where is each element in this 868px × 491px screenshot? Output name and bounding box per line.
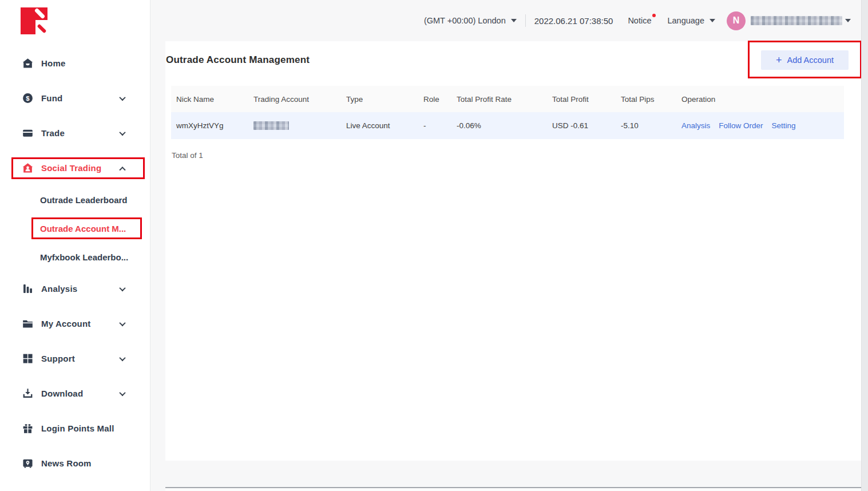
column-header-role: Role — [418, 95, 451, 104]
chevron-down-icon — [119, 319, 125, 326]
content-card: Outrade Account Management + Add Account… — [165, 41, 861, 461]
sidebar-item-download[interactable]: Download — [0, 376, 150, 411]
gift-icon — [22, 422, 34, 434]
news-room-icon — [22, 457, 34, 469]
sidebar-item-label: Social Trading — [41, 163, 101, 173]
fund-icon: $ — [22, 92, 34, 104]
analysis-icon — [22, 283, 34, 295]
sidebar-subitem-label: Outrade Leaderboard — [40, 195, 128, 205]
chevron-down-icon — [119, 129, 125, 135]
table-header-row: Nick Name Trading Account Type Role Tota… — [171, 86, 844, 112]
social-trading-icon — [22, 162, 34, 174]
chevron-down-icon — [119, 389, 125, 395]
cell-nick-name: wmXyHztVYg — [171, 121, 248, 130]
sidebar-item-label: Support — [41, 354, 75, 363]
download-icon — [22, 387, 34, 399]
sidebar-item-label: News Room — [41, 458, 92, 468]
my-account-icon — [22, 318, 34, 330]
brand-logo-icon — [21, 7, 47, 34]
brand-logo[interactable] — [0, 0, 150, 46]
chevron-down-icon — [119, 284, 125, 291]
sidebar-subitem-label: Outrade Account M... — [40, 224, 126, 233]
cell-type: Live Account — [341, 121, 418, 130]
sidebar-item-trade[interactable]: Trade — [0, 116, 150, 151]
notice-label: Notice — [628, 16, 651, 25]
column-header-nick-name: Nick Name — [171, 95, 248, 104]
column-header-total-profit: Total Profit — [547, 95, 616, 104]
sidebar-item-login-points-mall[interactable]: Login Points Mall — [0, 411, 150, 446]
sidebar-item-home[interactable]: Home — [0, 46, 150, 81]
cell-total-pips: -5.10 — [616, 121, 676, 130]
caret-down-icon[interactable] — [845, 19, 851, 22]
datetime-display: 2022.06.21 07:38:50 — [534, 16, 613, 26]
caret-down-icon — [511, 19, 517, 22]
cell-role: - — [418, 121, 451, 130]
setting-link[interactable]: Setting — [772, 121, 796, 130]
accounts-table: Nick Name Trading Account Type Role Tota… — [171, 86, 844, 139]
svg-text:$: $ — [26, 95, 30, 102]
sidebar-subitem-outrade-leaderboard[interactable]: Outrade Leaderboard — [0, 185, 150, 214]
add-account-button[interactable]: + Add Account — [761, 50, 849, 70]
timezone-selector[interactable]: (GMT +00:00) London — [424, 16, 517, 25]
vertical-scrollbar[interactable] — [861, 0, 868, 491]
table-row: wmXyHztVYg Live Account - -0.06% USD -0.… — [171, 112, 844, 139]
trade-icon — [22, 127, 34, 139]
support-icon — [22, 353, 34, 365]
column-header-operation: Operation — [676, 95, 844, 104]
sidebar-item-label: Trade — [41, 128, 65, 138]
chevron-down-icon — [119, 354, 125, 361]
topbar-divider — [525, 14, 526, 27]
analysis-link[interactable]: Analysis — [681, 121, 710, 130]
home-icon — [22, 57, 34, 69]
masked-username[interactable] — [751, 16, 842, 25]
cell-total-profit-rate: -0.06% — [451, 121, 547, 130]
sidebar-item-label: Download — [41, 389, 83, 398]
avatar[interactable]: N — [727, 11, 746, 30]
column-header-trading-account: Trading Account — [248, 95, 341, 104]
sidebar-item-support[interactable]: Support — [0, 341, 150, 376]
cell-total-profit: USD -0.61 — [547, 121, 616, 130]
sidebar-item-analysis[interactable]: Analysis — [0, 271, 150, 306]
sidebar-subitem-outrade-account-management[interactable]: Outrade Account M... — [0, 214, 150, 243]
topbar: (GMT +00:00) London 2022.06.21 07:38:50 … — [151, 0, 861, 41]
add-account-label: Add Account — [787, 56, 834, 65]
sidebar-item-social-trading[interactable]: Social Trading — [0, 151, 150, 185]
sidebar-item-fund[interactable]: $ Fund — [0, 81, 150, 116]
sidebar-item-label: Home — [41, 58, 65, 68]
chevron-down-icon — [119, 94, 125, 100]
sidebar: Home $ Fund Trade Social Trading Outrade… — [0, 0, 150, 491]
notice-badge-dot — [652, 14, 656, 17]
follow-order-link[interactable]: Follow Order — [719, 121, 763, 130]
sidebar-item-my-account[interactable]: My Account — [0, 306, 150, 341]
cell-trading-account — [248, 121, 341, 130]
column-header-type: Type — [341, 95, 418, 104]
sidebar-item-label: Analysis — [41, 284, 77, 294]
language-label: Language — [667, 16, 704, 25]
column-header-total-profit-rate: Total Profit Rate — [451, 95, 547, 104]
sidebar-subitem-label: Myfxbook Leaderbo... — [40, 252, 128, 262]
total-count-text: Total of 1 — [172, 151, 203, 160]
sidebar-item-news-room[interactable]: News Room — [0, 446, 150, 481]
footer-strip — [165, 488, 861, 491]
chevron-up-icon — [119, 167, 125, 173]
plus-icon: + — [776, 55, 782, 65]
page-title: Outrade Account Management — [166, 54, 310, 66]
sidebar-item-label: Login Points Mall — [41, 423, 114, 433]
caret-down-icon — [710, 19, 715, 22]
sidebar-item-label: My Account — [41, 319, 90, 328]
language-selector[interactable]: Language — [667, 16, 715, 25]
cell-operation: Analysis Follow Order Setting — [676, 121, 844, 130]
column-header-total-pips: Total Pips — [616, 95, 676, 104]
timezone-label: (GMT +00:00) London — [424, 16, 506, 25]
notice-link[interactable]: Notice — [628, 16, 651, 25]
masked-trading-account — [253, 121, 289, 130]
sidebar-item-label: Fund — [41, 93, 62, 103]
sidebar-subitem-myfxbook-leaderboard[interactable]: Myfxbook Leaderbo... — [0, 243, 150, 271]
